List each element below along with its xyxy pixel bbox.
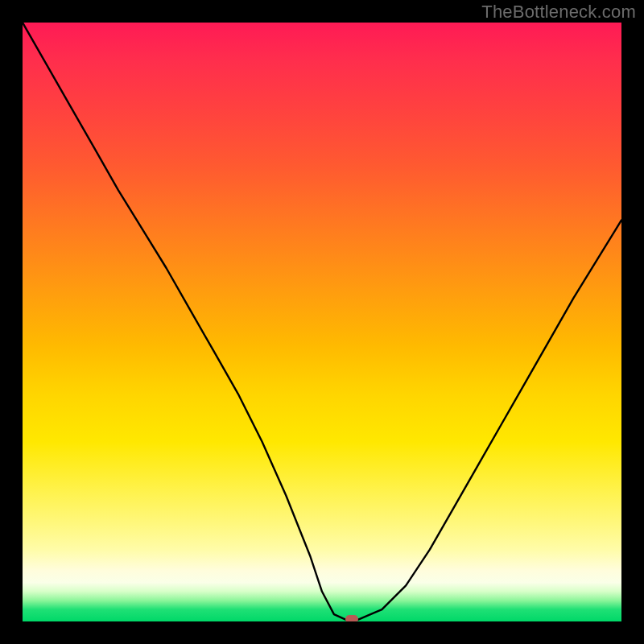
watermark-text: TheBottleneck.com	[481, 2, 636, 23]
bottleneck-curve	[23, 23, 621, 621]
chart-frame: TheBottleneck.com	[0, 0, 644, 644]
curve-path	[23, 23, 621, 620]
optimal-point-marker	[345, 615, 358, 621]
plot-area	[23, 23, 621, 621]
